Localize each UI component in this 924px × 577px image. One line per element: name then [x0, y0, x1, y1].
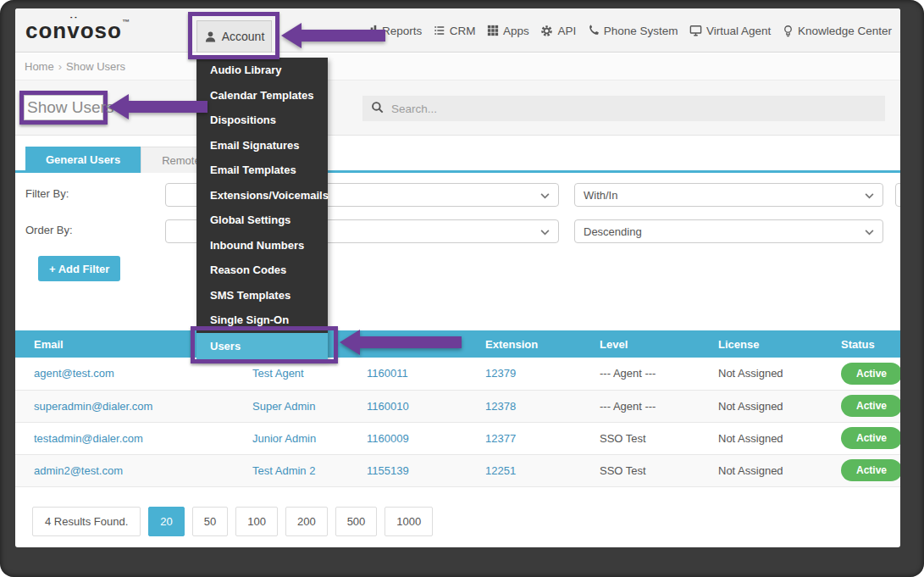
nav-api[interactable]: API — [537, 25, 579, 37]
account-dropdown-menu: Audio Library Calendar Templates Disposi… — [196, 58, 328, 359]
menu-item-email-signatures[interactable]: Email Signatures — [196, 133, 328, 158]
page-size-20[interactable]: 20 — [148, 507, 184, 536]
menu-item-reason-codes[interactable]: Reason Codes — [196, 258, 328, 283]
menu-item-dispositions[interactable]: Dispositions — [196, 108, 328, 133]
page-size-100[interactable]: 100 — [235, 507, 278, 536]
page-size-50[interactable]: 50 — [192, 507, 228, 536]
gear-icon — [540, 25, 553, 37]
list-icon — [434, 25, 445, 36]
license-value: Not Assigned — [718, 432, 783, 445]
menu-item-global-settings[interactable]: Global Settings — [196, 208, 328, 233]
status-badge[interactable]: Active — [841, 395, 900, 417]
annotation-box-title: Show Users — [19, 91, 108, 125]
menu-item-email-templates[interactable]: Email Templates — [196, 158, 328, 183]
table-row: admin2@test.com Test Admin 2 1155139 122… — [15, 454, 900, 486]
level-value: --- Agent --- — [600, 400, 656, 413]
annotation-box-users — [191, 326, 338, 363]
menu-item-extensions-voicemails[interactable]: Extensions/Voicemails — [196, 183, 328, 208]
page-title: Show Users — [24, 98, 113, 117]
status-badge[interactable]: Active — [841, 363, 900, 385]
order-direction-select[interactable]: Descending — [574, 219, 883, 243]
annotation-box-account — [188, 12, 279, 59]
col-header-extension[interactable]: Extension — [485, 330, 600, 358]
extension-link[interactable]: 12378 — [485, 400, 516, 413]
chevron-down-icon — [540, 189, 550, 202]
user-email-link[interactable]: admin2@test.com — [34, 464, 123, 477]
user-name-link[interactable]: Test Admin 2 — [252, 464, 315, 477]
nav-virtual-agent[interactable]: Virtual Agent — [686, 25, 774, 37]
page-size-200[interactable]: 200 — [285, 507, 328, 536]
order-by-label: Order By: — [25, 224, 73, 236]
col-header-status[interactable]: Status — [841, 330, 900, 358]
search-input[interactable] — [391, 103, 877, 115]
chevron-down-icon — [540, 225, 550, 238]
license-value: Not Assigned — [718, 367, 783, 380]
grid-icon — [487, 25, 499, 36]
nav-apps[interactable]: Apps — [484, 25, 533, 37]
monitor-icon — [689, 25, 702, 36]
breadcrumb-current: Show Users — [66, 60, 125, 73]
extension-link[interactable]: 12379 — [485, 367, 516, 380]
license-value: Not Assigned — [718, 464, 783, 477]
user-name-link[interactable]: Test Agent — [252, 367, 304, 380]
results-count: 4 Results Found. — [32, 507, 141, 536]
table-row: superadmin@dialer.com Super Admin 116001… — [15, 390, 900, 422]
add-filter-button[interactable]: + Add Filter — [38, 256, 120, 281]
pagination: 4 Results Found. 20 50 100 200 500 1000 — [32, 507, 433, 536]
logo-dots: ˙˙ — [69, 14, 79, 27]
level-value: --- Agent --- — [600, 367, 656, 380]
user-email-link[interactable]: agent@test.com — [34, 367, 114, 380]
app-screen: ˙˙convoso™ Account Reports CRM — [15, 8, 900, 547]
user-name-link[interactable]: Junior Admin — [252, 432, 316, 445]
user-id-link[interactable]: 1160011 — [367, 367, 408, 380]
menu-item-inbound-numbers[interactable]: Inbound Numbers — [196, 233, 328, 258]
lightbulb-icon — [783, 25, 794, 37]
breadcrumb: Home›Show Users — [25, 60, 125, 73]
annotation-arrow-account — [281, 23, 385, 48]
chevron-down-icon — [865, 225, 874, 238]
filter-value-select[interactable] — [895, 183, 900, 207]
nav-phone-system[interactable]: Phone System — [584, 25, 682, 37]
license-value: Not Assigned — [718, 400, 783, 413]
page-size-500[interactable]: 500 — [335, 507, 378, 536]
table-row: testadmin@dialer.com Junior Admin 116000… — [15, 422, 900, 454]
status-badge[interactable]: Active — [841, 427, 900, 449]
extension-link[interactable]: 12251 — [485, 464, 516, 477]
convoso-logo[interactable]: ˙˙convoso™ — [25, 18, 130, 44]
filter-by-label: Filter By: — [25, 187, 69, 200]
tab-general-users[interactable]: General Users — [25, 147, 141, 173]
breadcrumb-home[interactable]: Home — [25, 60, 54, 73]
breadcrumb-bar: Home›Show Users — [15, 53, 900, 80]
top-navbar: ˙˙convoso™ Account Reports CRM — [15, 8, 900, 53]
search-box — [362, 96, 885, 121]
menu-item-calendar-templates[interactable]: Calendar Templates — [196, 83, 328, 108]
status-badge[interactable]: Active — [841, 459, 900, 481]
menu-item-audio-library[interactable]: Audio Library — [196, 58, 328, 83]
level-value: SSO Test — [600, 464, 646, 477]
user-id-link[interactable]: 1160010 — [367, 400, 409, 413]
user-email-link[interactable]: testadmin@dialer.com — [34, 432, 143, 445]
user-name-link[interactable]: Super Admin — [252, 400, 315, 413]
page-size-1000[interactable]: 1000 — [385, 507, 433, 536]
phone-icon — [588, 25, 600, 36]
screenshot-root: ˙˙convoso™ Account Reports CRM — [0, 0, 924, 577]
annotation-arrow-users — [340, 330, 462, 355]
chevron-down-icon — [865, 189, 874, 202]
annotation-arrow-title — [108, 94, 207, 119]
user-id-link[interactable]: 1160009 — [367, 432, 409, 445]
menu-item-sms-templates[interactable]: SMS Templates — [196, 283, 328, 308]
col-header-license[interactable]: License — [718, 330, 841, 358]
extension-link[interactable]: 12377 — [485, 432, 516, 445]
nav-knowledge-center[interactable]: Knowledge Center — [779, 25, 895, 37]
user-id-link[interactable]: 1155139 — [367, 464, 409, 477]
user-email-link[interactable]: superadmin@dialer.com — [34, 400, 152, 413]
nav-crm[interactable]: CRM — [430, 25, 479, 37]
search-icon — [371, 101, 384, 117]
level-value: SSO Test — [600, 432, 646, 445]
filter-operator-select[interactable]: With/In — [574, 183, 883, 207]
table-row: agent@test.com Test Agent 1160011 12379 … — [15, 358, 900, 390]
navbar-items: Reports CRM Apps API Phone System — [362, 8, 895, 53]
col-header-level[interactable]: Level — [600, 330, 718, 358]
